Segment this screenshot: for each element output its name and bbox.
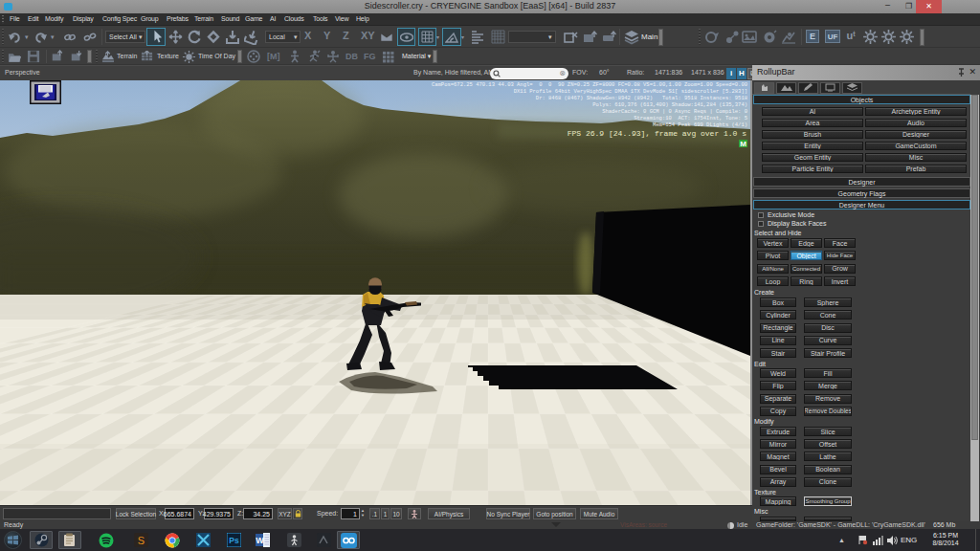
svg-text:Ps: Ps xyxy=(229,536,239,545)
svg-text:W: W xyxy=(256,536,264,545)
svg-text:S: S xyxy=(137,535,144,546)
